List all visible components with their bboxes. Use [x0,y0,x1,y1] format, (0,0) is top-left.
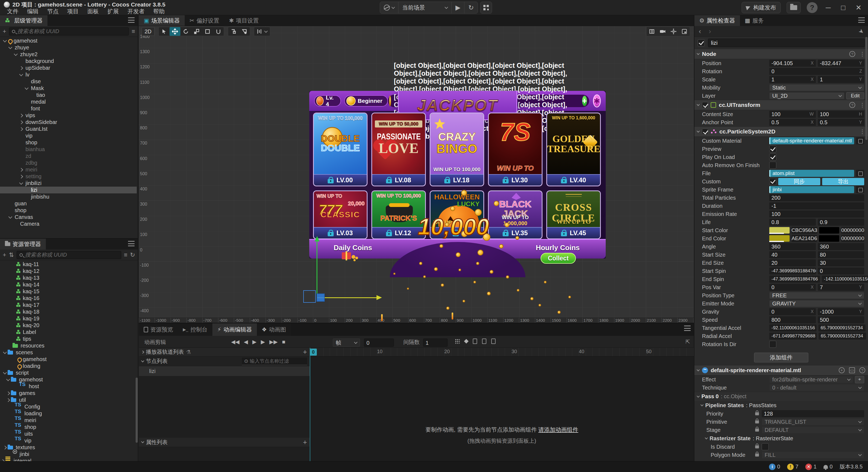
asset-row[interactable]: kaq-13 [0,275,137,281]
scene-gear-button[interactable] [668,27,679,36]
game-card[interactable]: CRAZY BINGO WIN UP TO 100,000 LV.18 [430,113,484,186]
scale-tool-button[interactable] [191,27,202,36]
collapse-icon[interactable] [141,359,144,362]
move-tool-button[interactable] [169,27,180,36]
more-icon[interactable]: ⋮ [860,51,865,57]
node-list-header[interactable]: 节点列表 ⊙ 输入节点名称过滤 [139,356,310,366]
select-asset-button[interactable] [856,170,864,177]
tree-row[interactable]: Canvas [0,214,137,221]
play-animation-button[interactable]: ▶ [252,339,256,345]
radial-accel-var-input[interactable]: 65.79000091552734 [818,333,866,340]
frame-unit-select[interactable]: 帧 [333,339,360,347]
radial-accel-input[interactable]: -671.0499877929688 [769,333,817,340]
collapse-icon[interactable] [141,440,144,443]
tree-row[interactable]: zhuye2 [0,51,137,58]
rasterizer-state-header[interactable]: Rasterizer State: RasterizerState [694,434,868,443]
timeline-playhead[interactable]: 0 [310,349,317,356]
reload-button[interactable]: ↻ [468,4,474,11]
game-card[interactable]: 7S WIN UP TO LV.30 [488,113,542,186]
inspector-scrollbar[interactable] [865,37,867,140]
tree-row[interactable]: meiri [0,166,137,173]
life-input[interactable]: 0.8 [769,219,816,226]
assets-filter-icon[interactable]: ≡ [124,252,127,258]
help-icon[interactable]: ? [849,51,855,57]
hierarchy-search-input[interactable]: 搜索名称或 UUID [9,27,129,35]
gizmo-x-axis-arrow[interactable] [317,297,377,298]
sprite-frame-field[interactable]: jinbi [769,186,854,193]
tab-scene-editor[interactable]: ▣场景编辑器 [139,15,185,26]
next-frame-button[interactable]: ▶ [261,339,265,345]
gizmo-y-axis-arrow[interactable] [316,241,317,298]
mobility-select[interactable]: Static [769,84,864,91]
tree-row[interactable]: dise [0,78,137,85]
component-enabled-checkbox[interactable] [702,102,708,108]
help-icon[interactable]: ? [859,367,865,373]
asset-row[interactable]: loading [0,363,137,370]
polygon-mode-select[interactable]: FILL [762,451,864,459]
toggle-2d-button[interactable]: 2D [142,27,155,36]
help-icon[interactable]: ? [849,102,855,108]
maximize-button[interactable]: □ [839,3,847,12]
particle-file-field[interactable]: atom.plist [769,170,854,177]
asset-row[interactable]: script [0,370,137,376]
tree-row[interactable]: gamehost [0,37,137,44]
build-publish-button[interactable]: 构建发布 [742,2,781,13]
asset-row[interactable]: tips [0,336,137,342]
custom-checkbox[interactable] [769,178,776,185]
start-spin-input[interactable]: -47.369998931884766 [769,268,816,275]
add-coins-button[interactable]: + [582,96,587,106]
angle-input[interactable]: 360 [769,243,816,250]
component-enabled-checkbox[interactable] [702,129,708,134]
content-width-input[interactable]: 100W [769,111,816,118]
tangential-accel-input[interactable]: -92.11000061035156 [769,324,816,332]
game-card[interactable]: CROSS CIRCLE WIN UP TO LV.45 [546,190,601,239]
tree-row[interactable]: lizi [0,187,137,193]
start-color-var-hex[interactable]: 00000000 [841,227,864,234]
preview-target-select[interactable]: 当前场景 ▶ ↻ [380,2,478,13]
end-color-var-hex[interactable]: 00000000 [841,235,864,242]
tree-row[interactable]: vip [0,132,137,139]
life-var-input[interactable]: 0.9 [818,219,865,226]
tab-asset-preview[interactable]: 资源预览 [139,323,178,336]
gizmo-bounds-rect[interactable] [303,290,316,303]
assets-menu-icon[interactable] [128,241,134,246]
gizmo-tool-button[interactable] [213,27,224,36]
more-icon[interactable]: ⋮ [860,128,865,135]
error-counter[interactable]: ✕1 [805,464,816,470]
menu-item[interactable]: 开发者 [123,8,149,15]
technique-select[interactable]: 0 - default [769,384,864,391]
particle-section-header[interactable]: cc.ParticleSystem2D ⋮ [694,126,868,137]
tab-project-settings[interactable]: ✱项目设置 [224,15,264,26]
is-discard-checkbox[interactable] [762,443,769,450]
position-y-input[interactable]: -832.447Y [818,60,865,67]
nav-back-button[interactable]: ‹ [699,27,701,35]
anchor-x-input[interactable]: 0.5X [769,119,816,126]
open-project-folder-button[interactable] [786,2,801,13]
pos-var-x-input[interactable]: 0X [769,284,816,291]
select-asset-button[interactable] [856,137,864,144]
content-height-input[interactable]: 100H [818,111,865,118]
gravity-x-input[interactable]: 0X [769,308,816,315]
asset-row[interactable]: gamehost [0,356,137,363]
total-particles-input[interactable]: 200 [769,194,864,201]
end-spin-var-input[interactable]: -142.11000061035156 [822,276,868,283]
skip-start-button[interactable]: ◀◀ [231,339,240,345]
start-spin-var-input[interactable]: 0 [818,268,865,275]
uitransform-section-header[interactable]: cc.UITransform ?⋮ [694,100,868,110]
menu-item[interactable]: 帮助 [149,8,169,15]
tree-row[interactable]: tiao [0,92,137,98]
menu-item[interactable]: 项目 [63,8,83,15]
speed-input[interactable]: 800 [769,316,816,323]
emitter-mode-select[interactable]: GRAVITY [769,300,864,307]
add-track-button[interactable]: + [303,348,307,356]
emission-rate-input[interactable]: 100 [769,211,864,218]
scale-x-input[interactable]: 1X [769,76,816,83]
stage-select[interactable]: DEFAULT [762,427,864,434]
game-card[interactable]: WIN UP TO 50,000 PASSIONATE LOVE LV.08 [371,113,426,186]
start-color-swatch[interactable] [769,227,789,233]
interval-value-input[interactable]: 1 [423,339,447,347]
tree-row[interactable]: lv [0,71,137,78]
collapse-icon[interactable] [141,350,144,353]
tree-row[interactable]: upSidebar [0,65,137,71]
preview-checkbox[interactable] [769,146,776,153]
